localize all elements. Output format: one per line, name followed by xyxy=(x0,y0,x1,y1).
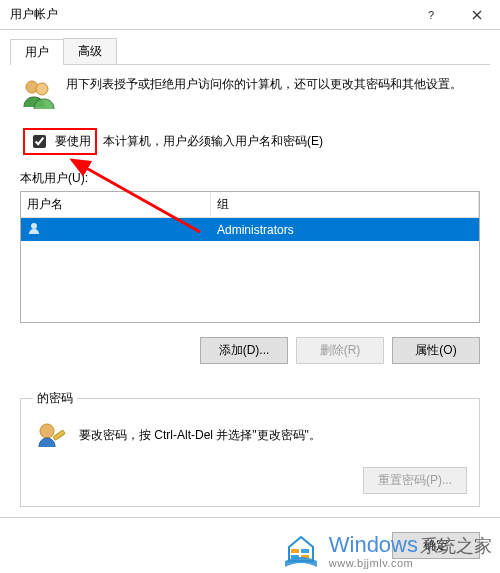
reset-password-button[interactable]: 重置密码(P)... xyxy=(363,467,467,494)
user-table-header: 用户名 组 xyxy=(21,192,479,218)
user-table[interactable]: 用户名 组 Administrators xyxy=(20,191,480,323)
close-button[interactable] xyxy=(454,0,500,30)
svg-point-5 xyxy=(31,223,37,229)
svg-point-6 xyxy=(40,424,54,438)
help-button[interactable]: ? xyxy=(408,0,454,30)
highlight-box: 要使用 xyxy=(23,128,97,155)
tab-strip: 用户 高级 xyxy=(10,38,490,65)
ok-button[interactable]: 确定 xyxy=(392,532,480,559)
properties-button[interactable]: 属性(O) xyxy=(392,337,480,364)
svg-point-4 xyxy=(36,83,48,95)
remove-button[interactable]: 删除(R) xyxy=(296,337,384,364)
user-list-label: 本机用户(U): xyxy=(20,170,480,187)
add-button[interactable]: 添加(D)... xyxy=(200,337,288,364)
password-groupbox: 的密码 要改密码，按 Ctrl-Alt-Del 并选择"更改密码"。 重置密码(… xyxy=(20,390,480,507)
require-login-checkbox[interactable] xyxy=(33,135,46,148)
password-legend: 的密码 xyxy=(33,390,77,407)
password-text: 要改密码，按 Ctrl-Alt-Del 并选择"更改密码"。 xyxy=(79,427,321,444)
users-icon xyxy=(20,75,56,111)
window-title: 用户帐户 xyxy=(10,6,58,23)
password-row: 要改密码，按 Ctrl-Alt-Del 并选择"更改密码"。 xyxy=(33,417,467,453)
table-row[interactable]: Administrators xyxy=(21,218,479,241)
user-icon xyxy=(27,221,41,238)
cell-username xyxy=(21,218,211,241)
intro-row: 用下列表授予或拒绝用户访问你的计算机，还可以更改其密码和其他设置。 xyxy=(20,75,480,111)
svg-rect-7 xyxy=(53,430,65,440)
key-icon xyxy=(33,417,69,453)
require-login-label-part2: 本计算机，用户必须输入用户名和密码(E) xyxy=(103,133,323,150)
window-controls: ? xyxy=(408,0,500,30)
intro-text: 用下列表授予或拒绝用户访问你的计算机，还可以更改其密码和其他设置。 xyxy=(66,75,480,93)
titlebar: 用户帐户 ? xyxy=(0,0,500,30)
require-login-label-part1: 要使用 xyxy=(55,133,91,150)
svg-text:?: ? xyxy=(428,10,434,20)
require-login-row: 要使用 本计算机，用户必须输入用户名和密码(E) xyxy=(20,125,480,158)
column-header-username[interactable]: 用户名 xyxy=(21,192,211,217)
user-buttons-row: 添加(D)... 删除(R) 属性(O) xyxy=(20,337,480,364)
column-header-group[interactable]: 组 xyxy=(211,192,479,217)
password-button-row: 重置密码(P)... xyxy=(33,467,467,494)
tab-panel-users: 用下列表授予或拒绝用户访问你的计算机，还可以更改其密码和其他设置。 要使用 本计… xyxy=(0,65,500,372)
cell-group: Administrators xyxy=(211,220,479,240)
tab-advanced[interactable]: 高级 xyxy=(63,38,117,64)
dialog-button-bar: 确定 xyxy=(0,517,500,573)
tab-users[interactable]: 用户 xyxy=(10,39,64,65)
